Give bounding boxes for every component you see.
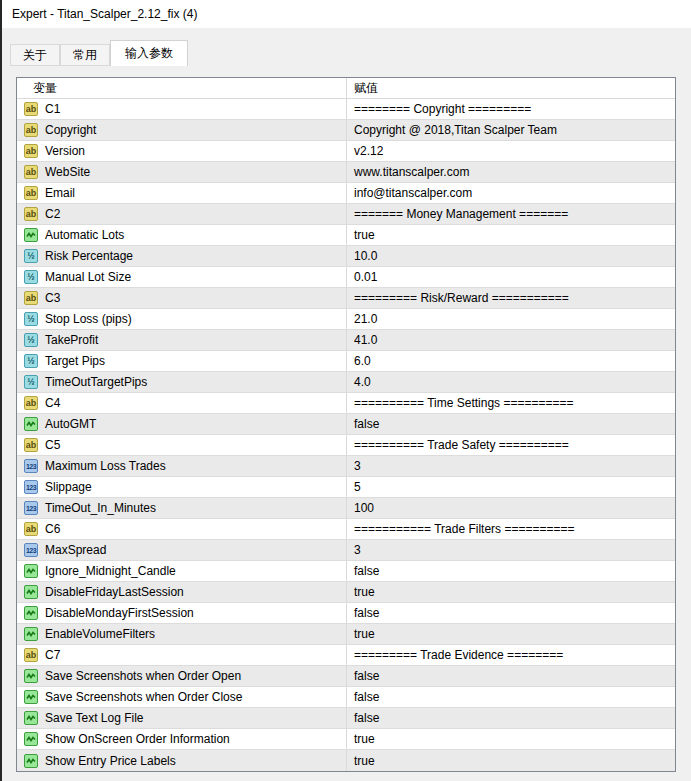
param-value[interactable]: www.titanscalper.com xyxy=(347,162,675,182)
bool-param-icon xyxy=(24,627,38,641)
expert-properties-window: { "window": { "title": "Expert - Titan_S… xyxy=(0,0,691,781)
table-row[interactable]: 123MaxSpread3 xyxy=(17,540,675,561)
bool-param-icon xyxy=(24,690,38,704)
bool-param-icon xyxy=(24,606,38,620)
param-value[interactable]: info@titanscalper.com xyxy=(347,183,675,203)
param-value[interactable]: false xyxy=(347,687,675,707)
table-row[interactable]: 123Maximum Loss Trades3 xyxy=(17,456,675,477)
bool-param-icon xyxy=(24,669,38,683)
param-value[interactable]: false xyxy=(347,666,675,686)
table-row[interactable]: abC6=========== Trade Filters ========== xyxy=(17,519,675,540)
tab-about[interactable]: 关于 xyxy=(10,44,60,66)
param-name-cell: ½Risk Percentage xyxy=(17,246,347,266)
param-value[interactable]: false xyxy=(347,414,675,434)
table-row[interactable]: abWebSitewww.titanscalper.com xyxy=(17,162,675,183)
string-param-icon: ab xyxy=(24,522,38,536)
tab-common[interactable]: 常用 xyxy=(60,44,110,66)
param-name-cell: Save Screenshots when Order Close xyxy=(17,687,347,707)
param-name: Email xyxy=(45,186,75,200)
param-name: Risk Percentage xyxy=(45,249,133,263)
param-value[interactable]: true xyxy=(347,225,675,245)
param-value[interactable]: 21.0 xyxy=(347,309,675,329)
table-row[interactable]: ½TakeProfit41.0 xyxy=(17,330,675,351)
param-value[interactable]: true xyxy=(347,729,675,749)
param-value[interactable]: ========== Trade Safety ========== xyxy=(347,435,675,455)
table-row[interactable]: DisableFridayLastSessiontrue xyxy=(17,582,675,603)
param-name-cell: ½TakeProfit xyxy=(17,330,347,350)
table-row[interactable]: abC7========= Trade Evidence ======== xyxy=(17,645,675,666)
table-row[interactable]: abVersionv2.12 xyxy=(17,141,675,162)
table-row[interactable]: EnableVolumeFilterstrue xyxy=(17,624,675,645)
table-row[interactable]: ½Target Pips6.0 xyxy=(17,351,675,372)
param-value[interactable]: true xyxy=(347,624,675,644)
table-row[interactable]: Show Entry Price Labelstrue xyxy=(17,750,675,771)
table-row[interactable]: Ignore_Midnight_Candlefalse xyxy=(17,561,675,582)
parameters-table-body: abC1======== Copyright =========abCopyri… xyxy=(17,99,675,771)
table-row[interactable]: Save Text Log Filefalse xyxy=(17,708,675,729)
table-row[interactable]: 123TimeOut_In_Minutes100 xyxy=(17,498,675,519)
param-value[interactable]: =========== Trade Filters ========== xyxy=(347,519,675,539)
param-name: AutoGMT xyxy=(45,417,96,431)
bool-param-icon xyxy=(24,417,38,431)
table-row[interactable]: Save Screenshots when Order Closefalse xyxy=(17,687,675,708)
param-name-cell: abVersion xyxy=(17,141,347,161)
param-name: Show Entry Price Labels xyxy=(45,754,176,768)
table-row[interactable]: abEmailinfo@titanscalper.com xyxy=(17,183,675,204)
string-param-icon: ab xyxy=(24,144,38,158)
param-name: Stop Loss (pips) xyxy=(45,312,132,326)
param-name-cell: abC2 xyxy=(17,204,347,224)
tab-inputs[interactable]: 输入参数 xyxy=(110,40,188,66)
table-row[interactable]: abC3========= Risk/Reward =========== xyxy=(17,288,675,309)
param-name-cell: Save Screenshots when Order Open xyxy=(17,666,347,686)
param-value[interactable]: ========== Time Settings ========== xyxy=(347,393,675,413)
param-value[interactable]: 100 xyxy=(347,498,675,518)
column-header-variable[interactable]: 变量 xyxy=(17,78,347,98)
param-value[interactable]: ========= Risk/Reward =========== xyxy=(347,288,675,308)
param-value[interactable]: v2.12 xyxy=(347,141,675,161)
param-value[interactable]: ======= Money Management ======= xyxy=(347,204,675,224)
param-value[interactable]: false xyxy=(347,561,675,581)
table-row[interactable]: Save Screenshots when Order Openfalse xyxy=(17,666,675,687)
table-row[interactable]: ½TimeOutTargetPips4.0 xyxy=(17,372,675,393)
table-row[interactable]: abC5========== Trade Safety ========== xyxy=(17,435,675,456)
param-value[interactable]: 6.0 xyxy=(347,351,675,371)
table-row[interactable]: abC1======== Copyright ========= xyxy=(17,99,675,120)
param-name: TimeOutTargetPips xyxy=(45,375,147,389)
string-param-icon: ab xyxy=(24,165,38,179)
param-name-cell: Automatic Lots xyxy=(17,225,347,245)
param-name-cell: Ignore_Midnight_Candle xyxy=(17,561,347,581)
param-value[interactable]: 10.0 xyxy=(347,246,675,266)
param-value[interactable]: 4.0 xyxy=(347,372,675,392)
param-value[interactable]: false xyxy=(347,708,675,728)
param-value[interactable]: ======== Copyright ========= xyxy=(347,99,675,119)
param-name: Ignore_Midnight_Candle xyxy=(45,564,176,578)
param-value[interactable]: 0.01 xyxy=(347,267,675,287)
table-row[interactable]: ½Stop Loss (pips)21.0 xyxy=(17,309,675,330)
table-row[interactable]: ½Manual Lot Size0.01 xyxy=(17,267,675,288)
table-row[interactable]: DisableMondayFirstSessionfalse xyxy=(17,603,675,624)
column-header-value[interactable]: 赋值 xyxy=(347,78,675,98)
table-row[interactable]: abC4========== Time Settings ========== xyxy=(17,393,675,414)
window-titlebar[interactable]: Expert - Titan_Scalper_2.12_fix (4) xyxy=(2,0,691,28)
param-value[interactable]: 3 xyxy=(347,456,675,476)
param-value[interactable]: true xyxy=(347,750,675,771)
table-row[interactable]: Automatic Lotstrue xyxy=(17,225,675,246)
param-value[interactable]: ========= Trade Evidence ======== xyxy=(347,645,675,665)
param-value[interactable]: false xyxy=(347,603,675,623)
param-name: Save Screenshots when Order Open xyxy=(45,669,241,683)
table-row[interactable]: ½Risk Percentage10.0 xyxy=(17,246,675,267)
param-value[interactable]: 41.0 xyxy=(347,330,675,350)
param-name: MaxSpread xyxy=(45,543,106,557)
table-row[interactable]: 123Slippage5 xyxy=(17,477,675,498)
param-value[interactable]: true xyxy=(347,582,675,602)
table-row[interactable]: Show OnScreen Order Informationtrue xyxy=(17,729,675,750)
param-name: Save Text Log File xyxy=(45,711,144,725)
table-row[interactable]: AutoGMTfalse xyxy=(17,414,675,435)
param-name: DisableMondayFirstSession xyxy=(45,606,194,620)
param-name: C5 xyxy=(45,438,60,452)
param-value[interactable]: Copyright @ 2018,Titan Scalper Team xyxy=(347,120,675,140)
table-row[interactable]: abCopyrightCopyright @ 2018,Titan Scalpe… xyxy=(17,120,675,141)
param-value[interactable]: 3 xyxy=(347,540,675,560)
table-row[interactable]: abC2======= Money Management ======= xyxy=(17,204,675,225)
param-value[interactable]: 5 xyxy=(347,477,675,497)
